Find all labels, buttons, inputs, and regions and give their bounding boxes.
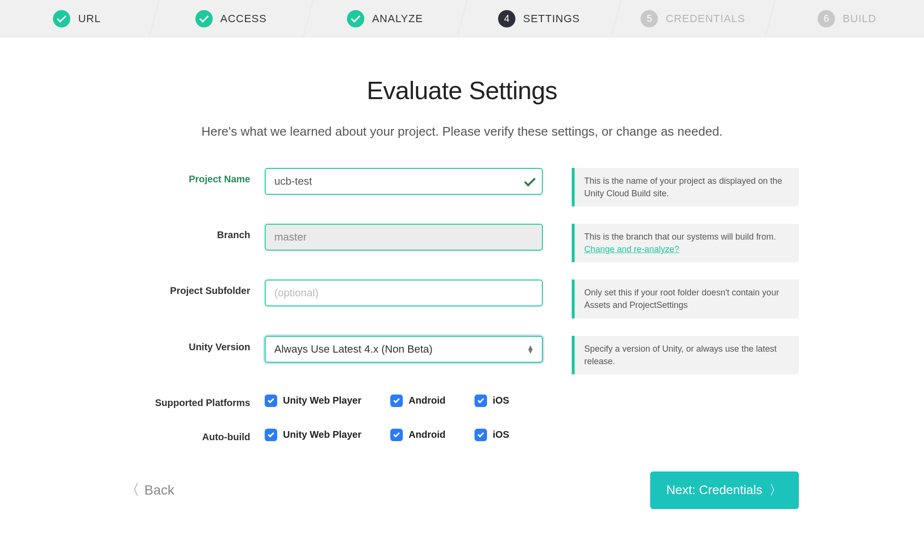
help-project-name: This is the name of your project as disp… bbox=[572, 168, 799, 206]
check-icon bbox=[53, 10, 70, 27]
input-subfolder[interactable] bbox=[265, 280, 543, 306]
cb-label: Android bbox=[409, 395, 446, 406]
checkbox-icon[interactable] bbox=[265, 429, 277, 441]
back-label: Back bbox=[144, 483, 174, 498]
cb-label: Unity Web Player bbox=[283, 429, 361, 440]
step-credentials[interactable]: 5 CREDENTIALS bbox=[616, 0, 770, 37]
help-branch-text: This is the branch that our systems will… bbox=[584, 232, 776, 242]
step-build[interactable]: 6 BUILD bbox=[770, 0, 924, 37]
chevron-right-icon: 〉 bbox=[769, 481, 783, 499]
step-label: SETTINGS bbox=[523, 13, 580, 25]
page-title: Evaluate Settings bbox=[125, 76, 799, 105]
label-auto-build: Auto-build bbox=[125, 426, 265, 443]
label-unity-version: Unity Version bbox=[125, 336, 265, 353]
step-number-badge: 5 bbox=[641, 10, 658, 27]
main-content: Evaluate Settings Here's what we learned… bbox=[106, 38, 818, 528]
checkbox-icon[interactable] bbox=[265, 395, 277, 407]
cb-supported-webplayer[interactable]: Unity Web Player bbox=[265, 395, 361, 407]
footer-nav: 〈 Back Next: Credentials 〉 bbox=[125, 471, 799, 509]
step-label: BUILD bbox=[843, 13, 876, 25]
cb-autobuild-ios[interactable]: iOS bbox=[475, 429, 509, 441]
row-subfolder: Project Subfolder Only set this if your … bbox=[125, 280, 799, 318]
cb-label: iOS bbox=[493, 429, 509, 440]
row-supported-platforms: Supported Platforms Unity Web Player And… bbox=[125, 392, 799, 408]
step-analyze[interactable]: ANALYZE bbox=[308, 0, 462, 37]
step-number-badge: 6 bbox=[818, 10, 835, 27]
cb-label: Unity Web Player bbox=[283, 395, 361, 406]
step-access[interactable]: ACCESS bbox=[154, 0, 308, 37]
select-unity-version[interactable]: Always Use Latest 4.x (Non Beta) bbox=[265, 336, 543, 363]
step-number-badge: 4 bbox=[498, 10, 515, 27]
page-subtitle: Here's what we learned about your projec… bbox=[125, 124, 799, 139]
check-icon bbox=[195, 10, 213, 27]
row-auto-build: Auto-build Unity Web Player Android iOS bbox=[125, 426, 799, 443]
label-project-name: Project Name bbox=[125, 168, 265, 185]
cb-label: iOS bbox=[493, 395, 509, 406]
back-button[interactable]: 〈 Back bbox=[125, 480, 174, 500]
checkbox-icon[interactable] bbox=[475, 429, 487, 441]
label-supported-platforms: Supported Platforms bbox=[125, 392, 265, 408]
step-label: ANALYZE bbox=[372, 13, 423, 25]
help-subfolder: Only set this if your root folder doesn'… bbox=[572, 280, 799, 318]
stepper: URL ACCESS ANALYZE 4 SETTINGS 5 CREDENTI… bbox=[0, 0, 924, 38]
label-subfolder: Project Subfolder bbox=[125, 280, 265, 296]
row-project-name: Project Name This is the name of your pr… bbox=[125, 168, 799, 206]
help-branch: This is the branch that our systems will… bbox=[572, 224, 799, 262]
next-button[interactable]: Next: Credentials 〉 bbox=[650, 471, 799, 509]
step-url[interactable]: URL bbox=[0, 0, 154, 37]
checkbox-icon[interactable] bbox=[475, 395, 487, 407]
step-label: ACCESS bbox=[220, 13, 267, 25]
input-project-name[interactable] bbox=[265, 168, 543, 195]
row-branch: Branch This is the branch that our syste… bbox=[125, 224, 799, 262]
checkbox-icon[interactable] bbox=[390, 429, 403, 441]
input-branch bbox=[265, 224, 543, 251]
cb-autobuild-webplayer[interactable]: Unity Web Player bbox=[265, 429, 361, 441]
cb-autobuild-android[interactable]: Android bbox=[390, 429, 446, 441]
cb-supported-ios[interactable]: iOS bbox=[475, 395, 509, 407]
row-unity-version: Unity Version Always Use Latest 4.x (Non… bbox=[125, 336, 799, 374]
step-label: URL bbox=[78, 13, 101, 25]
step-label: CREDENTIALS bbox=[666, 13, 745, 25]
checkbox-icon[interactable] bbox=[390, 395, 403, 407]
link-change-reanalyze[interactable]: Change and re-analyze? bbox=[584, 244, 679, 254]
cb-label: Android bbox=[409, 429, 446, 440]
cb-supported-android[interactable]: Android bbox=[390, 395, 446, 407]
check-icon bbox=[347, 10, 364, 27]
step-settings[interactable]: 4 SETTINGS bbox=[462, 0, 616, 37]
next-label: Next: Credentials bbox=[667, 483, 762, 497]
chevron-left-icon: 〈 bbox=[125, 480, 140, 500]
help-unity-version: Specify a version of Unity, or always us… bbox=[572, 336, 799, 374]
label-branch: Branch bbox=[125, 224, 265, 241]
